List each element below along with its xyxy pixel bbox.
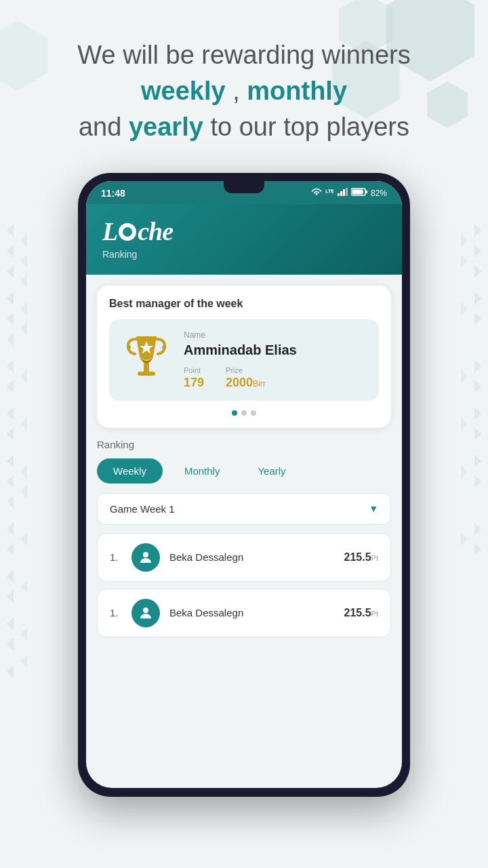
prize-value: 2000Birr — [226, 376, 266, 390]
score-unit-2: Pt — [371, 610, 378, 618]
ranking-section: Ranking Weekly Monthly Yearly Game Week … — [97, 439, 391, 637]
logo-ball — [119, 223, 136, 241]
best-manager-title: Best manager of the week — [109, 298, 379, 310]
wifi-icon — [311, 188, 322, 198]
app-header: Lche Ranking — [86, 204, 402, 275]
dropdown-arrow-icon: ▼ — [369, 503, 378, 514]
headline: We will be rewarding winners weekly , mo… — [41, 37, 447, 146]
player-row-2: 1. Beka Dessalegn 215.5Pt — [97, 589, 391, 637]
app-logo: Lche — [102, 216, 386, 246]
monthly-highlight: monthly — [247, 77, 347, 105]
score-unit-1: Pt — [371, 554, 378, 562]
app-subtitle: Ranking — [102, 249, 386, 260]
svg-rect-56 — [346, 188, 348, 196]
battery-percent: 82% — [371, 189, 387, 198]
phone-mockup-wrapper: 11:48 ᴸᵀᴱ 82% Lc — [0, 173, 488, 797]
winner-name: Amminadab Elias — [184, 342, 297, 358]
stat-prize: Prize 2000Birr — [226, 366, 266, 390]
status-icons: ᴸᵀᴱ 82% — [311, 188, 387, 198]
svg-point-65 — [143, 552, 148, 557]
phone-device: 11:48 ᴸᵀᴱ 82% Lc — [78, 173, 410, 797]
weekly-highlight: weekly — [141, 77, 226, 105]
svg-rect-55 — [343, 189, 345, 196]
phone-screen: 11:48 ᴸᵀᴱ 82% Lc — [86, 181, 402, 788]
headline-and: and — [79, 113, 121, 141]
ranking-tab-bar: Weekly Monthly Yearly — [97, 458, 391, 484]
tab-yearly[interactable]: Yearly — [241, 458, 302, 484]
battery-icon — [351, 188, 367, 198]
svg-rect-61 — [138, 372, 155, 376]
tab-weekly[interactable]: Weekly — [97, 458, 163, 484]
winner-card: Name Amminadab Elias Point 179 Prize — [109, 319, 379, 401]
carousel-dots — [109, 410, 379, 416]
app-content: Best manager of the week — [86, 275, 402, 655]
hero-text: We will be rewarding winners weekly , mo… — [0, 0, 488, 166]
player-name-1: Beka Dessalegn — [169, 551, 335, 563]
winner-info: Name Amminadab Elias Point 179 Prize — [184, 330, 297, 390]
winner-stats: Point 179 Prize 2000Birr — [184, 366, 297, 390]
svg-rect-58 — [365, 191, 367, 193]
signal-icon — [337, 188, 348, 198]
yearly-highlight: yearly — [129, 113, 203, 141]
player-avatar-1 — [131, 543, 160, 572]
dropdown-value: Game Week 1 — [110, 503, 175, 515]
stat-point: Point 179 — [184, 366, 204, 390]
player-name-2: Beka Dessalegn — [169, 607, 335, 618]
headline-end: to our top players — [210, 113, 409, 141]
player-rank-2: 1. — [110, 607, 122, 618]
player-score-2: 215.5Pt — [344, 607, 378, 619]
svg-point-66 — [143, 608, 148, 613]
phone-notch — [224, 181, 264, 193]
prize-label: Prize — [226, 366, 266, 374]
svg-rect-53 — [338, 193, 340, 196]
prize-unit: Birr — [253, 379, 266, 389]
point-label: Point — [184, 366, 204, 374]
tab-monthly[interactable]: Monthly — [168, 458, 237, 484]
lte-icon: ᴸᵀᴱ — [325, 189, 333, 197]
svg-point-63 — [127, 345, 131, 349]
ranking-section-label: Ranking — [97, 439, 391, 450]
point-value: 179 — [184, 376, 204, 390]
player-row-1: 1. Beka Dessalegn 215.5Pt — [97, 533, 391, 582]
trophy-icon — [123, 331, 170, 389]
svg-rect-60 — [144, 363, 149, 372]
logo-l: L — [102, 217, 117, 245]
dot-2 — [241, 410, 247, 416]
svg-rect-59 — [352, 190, 363, 195]
logo-che: che — [138, 217, 173, 245]
player-avatar-2 — [131, 599, 160, 627]
svg-point-64 — [162, 345, 166, 349]
player-score-1: 215.5Pt — [344, 551, 378, 564]
dot-1 — [232, 410, 237, 416]
winner-name-label: Name — [184, 330, 297, 340]
svg-rect-54 — [340, 191, 342, 196]
status-time: 11:48 — [101, 188, 125, 199]
game-week-dropdown[interactable]: Game Week 1 ▼ — [97, 493, 391, 525]
best-manager-card: Best manager of the week — [97, 285, 391, 428]
player-rank-1: 1. — [110, 551, 122, 563]
dot-3 — [251, 410, 256, 416]
